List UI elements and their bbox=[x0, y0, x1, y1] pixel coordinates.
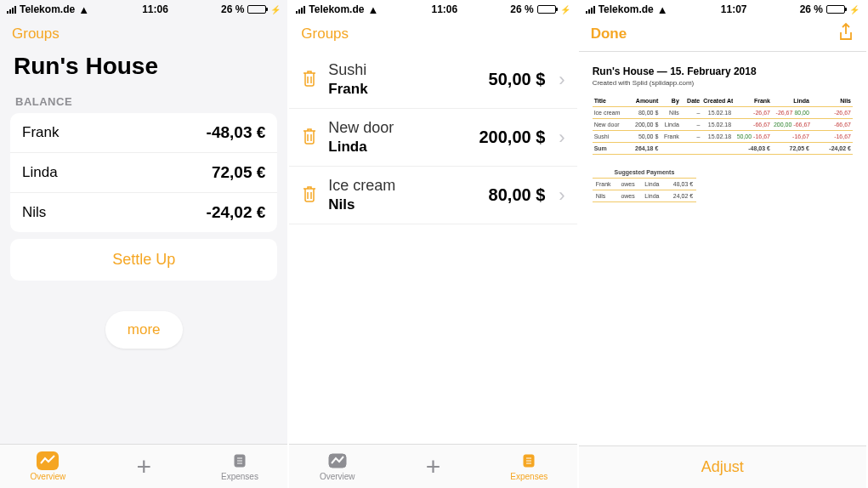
balance-amount: -48,03 € bbox=[207, 123, 266, 142]
share-icon[interactable] bbox=[837, 22, 854, 46]
battery-percent: 26 % bbox=[510, 3, 533, 15]
battery-icon bbox=[537, 5, 556, 14]
balance-amount: 72,05 € bbox=[212, 163, 265, 182]
balance-name: Nils bbox=[22, 204, 46, 221]
tab-add[interactable]: + bbox=[385, 457, 481, 476]
chevron-right-icon: › bbox=[555, 127, 568, 149]
signal-icon bbox=[7, 5, 16, 14]
nav-header: Done bbox=[579, 17, 866, 51]
charging-icon: ⚡ bbox=[849, 5, 859, 14]
battery-percent: 26 % bbox=[221, 3, 244, 15]
status-bar: Telekom.de ▲ 11:07 26 % ⚡ bbox=[579, 0, 866, 17]
battery-icon bbox=[247, 5, 266, 14]
tab-overview-label: Overview bbox=[31, 472, 66, 481]
chevron-right-icon: › bbox=[555, 69, 568, 91]
expense-payer: Nils bbox=[328, 196, 478, 213]
expenses-icon bbox=[518, 451, 540, 470]
balance-row[interactable]: Linda 72,05 € bbox=[10, 153, 277, 193]
expense-amount: 80,00 $ bbox=[489, 185, 546, 205]
tab-overview-label: Overview bbox=[320, 472, 355, 481]
balance-amount: -24,02 € bbox=[207, 203, 266, 222]
status-bar: Telekom.de ▲ 11:06 26 % ⚡ bbox=[0, 0, 287, 17]
screen-expenses: Telekom.de ▲ 11:06 26 % ⚡ Groups Sushi F… bbox=[289, 0, 578, 488]
bottom-toolbar: Adjust bbox=[579, 445, 866, 488]
expense-row[interactable]: Ice cream Nils 80,00 $ › bbox=[289, 167, 576, 224]
battery-percent: 26 % bbox=[800, 3, 823, 15]
tab-bar: Overview + Expenses bbox=[289, 444, 576, 488]
signal-icon bbox=[296, 5, 305, 14]
plus-icon: + bbox=[423, 457, 445, 476]
nav-header: Groups bbox=[289, 17, 576, 51]
balance-row[interactable]: Frank -48,03 € bbox=[10, 113, 277, 153]
adjust-button[interactable]: Adjust bbox=[701, 458, 744, 476]
charging-icon: ⚡ bbox=[270, 5, 281, 14]
expense-title: Sushi bbox=[328, 61, 478, 79]
balance-name: Linda bbox=[22, 164, 58, 181]
expenses-icon bbox=[229, 451, 251, 470]
groups-back-button[interactable]: Groups bbox=[301, 26, 349, 43]
plus-icon: + bbox=[133, 457, 155, 476]
tab-expenses-label: Expenses bbox=[221, 472, 258, 481]
report-table: TitleAmount ByDate Created AtFrank Linda… bbox=[593, 95, 853, 155]
clock: 11:07 bbox=[721, 3, 747, 15]
wifi-icon: ▲ bbox=[78, 4, 89, 15]
trash-icon[interactable] bbox=[301, 127, 318, 149]
wifi-icon: ▲ bbox=[657, 4, 668, 15]
wifi-icon: ▲ bbox=[367, 4, 378, 15]
balance-row[interactable]: Nils -24,02 € bbox=[10, 193, 277, 232]
signal-icon bbox=[586, 5, 595, 14]
tab-expenses[interactable]: Expenses bbox=[481, 451, 577, 481]
balance-list: Frank -48,03 € Linda 72,05 € Nils -24,02… bbox=[10, 113, 277, 232]
trash-icon[interactable] bbox=[301, 69, 318, 91]
carrier-label: Telekom.de bbox=[599, 3, 654, 15]
expense-title: Ice cream bbox=[328, 177, 478, 195]
balance-name: Frank bbox=[22, 124, 59, 141]
battery-icon bbox=[826, 5, 845, 14]
overview-icon bbox=[37, 451, 59, 470]
tab-expenses[interactable]: Expenses bbox=[192, 451, 288, 481]
expense-title: New door bbox=[328, 119, 468, 137]
screen-report: Telekom.de ▲ 11:07 26 % ⚡ Done Run's Hou… bbox=[579, 0, 868, 488]
page-title: Run's House bbox=[0, 51, 287, 90]
report-document: Run's House — 15. February 2018 Created … bbox=[587, 60, 858, 207]
clock: 11:06 bbox=[431, 3, 457, 15]
tab-expenses-label: Expenses bbox=[510, 472, 547, 481]
report-subtitle: Created with Splid (splidapp.com) bbox=[593, 79, 853, 87]
settle-up-button[interactable]: Settle Up bbox=[112, 251, 175, 268]
expense-row[interactable]: New door Linda 200,00 $ › bbox=[289, 109, 576, 167]
nav-header: Groups bbox=[0, 17, 287, 51]
clock: 11:06 bbox=[142, 3, 168, 15]
overview-icon bbox=[326, 451, 349, 470]
carrier-label: Telekom.de bbox=[20, 3, 75, 15]
screen-overview: Telekom.de ▲ 11:06 26 % ⚡ Groups Run's H… bbox=[0, 0, 289, 488]
expense-amount: 200,00 $ bbox=[479, 128, 545, 147]
charging-icon: ⚡ bbox=[560, 5, 570, 14]
tab-add[interactable]: + bbox=[96, 457, 192, 476]
settle-up-card[interactable]: Settle Up bbox=[10, 239, 277, 281]
tab-overview[interactable]: Overview bbox=[0, 451, 96, 481]
report-title: Run's House — 15. February 2018 bbox=[593, 65, 853, 77]
expense-amount: 50,00 $ bbox=[489, 70, 546, 89]
tab-bar: Overview + Expenses bbox=[0, 444, 287, 488]
trash-icon[interactable] bbox=[301, 184, 318, 207]
tab-overview[interactable]: Overview bbox=[289, 451, 385, 481]
status-bar: Telekom.de ▲ 11:06 26 % ⚡ bbox=[289, 0, 576, 17]
expense-payer: Frank bbox=[328, 81, 478, 98]
chevron-right-icon: › bbox=[555, 184, 568, 207]
expense-row[interactable]: Sushi Frank 50,00 $ › bbox=[289, 51, 576, 109]
suggested-payments-table: Suggested Payments Frank owes Linda 48,0… bbox=[593, 167, 697, 202]
more-button[interactable]: more bbox=[105, 311, 183, 349]
carrier-label: Telekom.de bbox=[309, 3, 364, 15]
balance-section-header: BALANCE bbox=[0, 90, 287, 113]
groups-back-button[interactable]: Groups bbox=[12, 26, 60, 43]
expense-payer: Linda bbox=[328, 139, 468, 156]
done-button[interactable]: Done bbox=[591, 26, 627, 43]
